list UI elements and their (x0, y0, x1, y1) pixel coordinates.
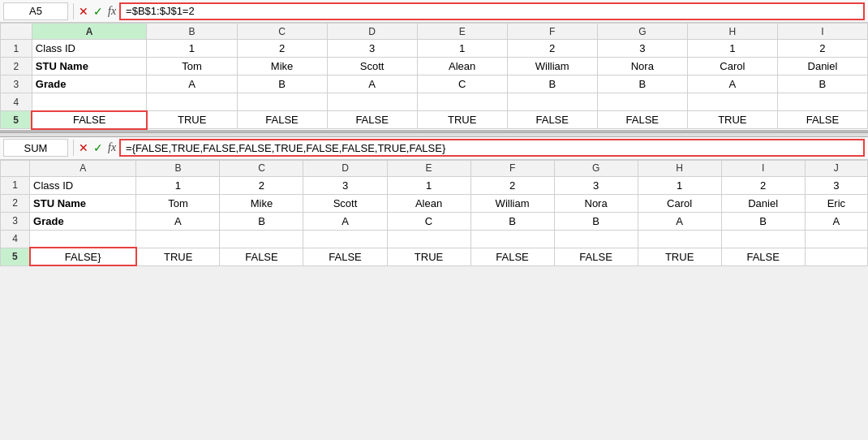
col-header-b[interactable]: B (147, 24, 237, 40)
cell-d3[interactable]: A (327, 75, 417, 93)
bottom-cell-j5[interactable] (805, 248, 867, 265)
cell-i3[interactable]: B (777, 75, 867, 93)
bottom-cell-i1[interactable]: 2 (721, 176, 805, 194)
cell-i2[interactable]: Daniel (777, 58, 867, 75)
col-header-a[interactable]: A (32, 24, 147, 40)
cell-c2[interactable]: Mike (237, 58, 327, 75)
bottom-cell-i3[interactable]: B (721, 212, 805, 230)
bottom-cell-c3[interactable]: B (220, 212, 303, 230)
bottom-col-header-a[interactable]: A (30, 160, 136, 176)
bottom-cell-h2[interactable]: Carol (638, 194, 721, 212)
bottom-col-header-f[interactable]: F (471, 160, 554, 176)
cell-h4[interactable] (687, 93, 777, 111)
cell-d5[interactable]: FALSE (327, 111, 417, 129)
col-header-e[interactable]: E (417, 24, 507, 40)
confirm-icon[interactable]: ✓ (93, 5, 103, 18)
bottom-cell-e3[interactable]: C (387, 212, 471, 230)
bottom-cell-c1[interactable]: 2 (220, 176, 303, 194)
col-header-g[interactable]: G (597, 24, 687, 40)
bottom-cell-d3[interactable]: A (303, 212, 387, 230)
bottom-cell-h1[interactable]: 1 (638, 176, 721, 194)
bottom-cell-g3[interactable]: B (554, 212, 638, 230)
bottom-cell-h3[interactable]: A (638, 212, 721, 230)
bottom-cell-b5[interactable]: TRUE (136, 248, 220, 265)
cell-a5[interactable]: FALSE (32, 111, 147, 129)
bottom-cell-d2[interactable]: Scott (303, 194, 387, 212)
cell-h1[interactable]: 1 (687, 40, 777, 58)
bottom-cell-f2[interactable]: William (471, 194, 554, 212)
bottom-cell-g2[interactable]: Nora (554, 194, 638, 212)
top-formula-input[interactable] (119, 2, 865, 20)
bottom-cell-j1[interactable]: 3 (805, 176, 867, 194)
col-header-c[interactable]: C (237, 24, 327, 40)
bottom-cell-c5[interactable]: FALSE (220, 248, 303, 265)
cell-f5[interactable]: FALSE (507, 111, 597, 129)
bottom-col-header-e[interactable]: E (387, 160, 471, 176)
bottom-cell-i5[interactable]: FALSE (721, 248, 805, 265)
bottom-cell-a4[interactable] (30, 230, 136, 248)
bottom-cell-d4[interactable] (303, 230, 387, 248)
cell-b4[interactable] (147, 93, 237, 111)
bottom-cell-h5[interactable]: TRUE (638, 248, 721, 265)
cell-c4[interactable] (237, 93, 327, 111)
cell-i4[interactable] (777, 93, 867, 111)
bottom-cell-i2[interactable]: Daniel (721, 194, 805, 212)
cell-d1[interactable]: 3 (327, 40, 417, 58)
bottom-col-header-d[interactable]: D (303, 160, 387, 176)
cancel-icon[interactable]: ✕ (79, 5, 88, 18)
cell-c1[interactable]: 2 (237, 40, 327, 58)
bottom-cell-e5[interactable]: TRUE (387, 248, 471, 265)
cell-g5[interactable]: FALSE (597, 111, 687, 129)
bottom-cell-d1[interactable]: 3 (303, 176, 387, 194)
cell-f3[interactable]: B (507, 75, 597, 93)
cell-c3[interactable]: B (237, 75, 327, 93)
bottom-formula-input[interactable] (119, 139, 865, 157)
cell-g4[interactable] (597, 93, 687, 111)
cell-a3[interactable]: Grade (32, 75, 147, 93)
cell-h5[interactable]: TRUE (687, 111, 777, 129)
bottom-col-header-b[interactable]: B (136, 160, 220, 176)
bottom-cancel-icon[interactable]: ✕ (79, 141, 88, 154)
cell-b5[interactable]: TRUE (147, 111, 237, 129)
bottom-cell-f4[interactable] (471, 230, 554, 248)
cell-f2[interactable]: William (507, 58, 597, 75)
bottom-cell-e4[interactable] (387, 230, 471, 248)
bottom-cell-g1[interactable]: 3 (554, 176, 638, 194)
bottom-cell-h4[interactable] (638, 230, 721, 248)
bottom-col-header-g[interactable]: G (554, 160, 638, 176)
bottom-cell-b3[interactable]: A (136, 212, 220, 230)
bottom-cell-f5[interactable]: FALSE (471, 248, 554, 265)
bottom-cell-b4[interactable] (136, 230, 220, 248)
cell-d4[interactable] (327, 93, 417, 111)
bottom-cell-a3[interactable]: Grade (30, 212, 136, 230)
cell-e4[interactable] (417, 93, 507, 111)
cell-e5[interactable]: TRUE (417, 111, 507, 129)
col-header-d[interactable]: D (327, 24, 417, 40)
cell-a4[interactable] (32, 93, 147, 111)
cell-b1[interactable]: 1 (147, 40, 237, 58)
bottom-cell-c4[interactable] (220, 230, 303, 248)
bottom-cell-j4[interactable] (805, 230, 867, 248)
bottom-col-header-j[interactable]: J (805, 160, 867, 176)
cell-a2[interactable]: STU Name (32, 58, 147, 75)
bottom-cell-j3[interactable]: A (805, 212, 867, 230)
cell-d2[interactable]: Scott (327, 58, 417, 75)
bottom-cell-c2[interactable]: Mike (220, 194, 303, 212)
bottom-col-header-i[interactable]: I (721, 160, 805, 176)
col-header-i[interactable]: I (777, 24, 867, 40)
bottom-cell-f1[interactable]: 2 (471, 176, 554, 194)
bottom-cell-a5[interactable]: FALSE} (30, 248, 136, 265)
top-cell-ref[interactable]: A5 (3, 2, 68, 20)
cell-e2[interactable]: Alean (417, 58, 507, 75)
bottom-confirm-icon[interactable]: ✓ (93, 141, 103, 154)
cell-h2[interactable]: Carol (687, 58, 777, 75)
bottom-cell-g5[interactable]: FALSE (554, 248, 638, 265)
cell-g1[interactable]: 3 (597, 40, 687, 58)
col-header-h[interactable]: H (687, 24, 777, 40)
cell-e1[interactable]: 1 (417, 40, 507, 58)
cell-f4[interactable] (507, 93, 597, 111)
bottom-col-header-h[interactable]: H (638, 160, 721, 176)
cell-e3[interactable]: C (417, 75, 507, 93)
bottom-cell-g4[interactable] (554, 230, 638, 248)
cell-b3[interactable]: A (147, 75, 237, 93)
